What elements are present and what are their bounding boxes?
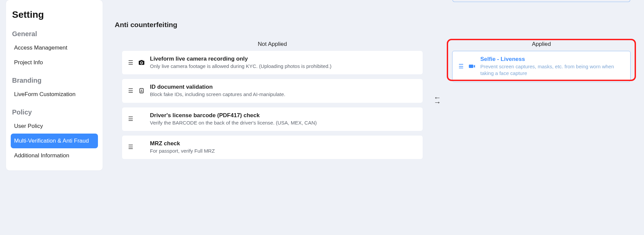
card-desc: Verify the BARCODE on the back of the dr… (150, 120, 417, 126)
group-label-policy: Policy (11, 102, 98, 119)
drag-handle-icon[interactable]: ☰ (128, 116, 133, 122)
drag-handle-icon[interactable]: ☰ (459, 64, 464, 69)
group-label-branding: Branding (11, 70, 98, 87)
applied-column: Applied ☰ Selfie - Liveness Prevent scre… (445, 33, 638, 166)
card-liveform-recording[interactable]: ☰ Liveform live camera recording only On… (122, 51, 423, 74)
section-title-anti-counterfeiting: Anti counterfeiting (115, 21, 638, 29)
card-title: Driver's license barcode (PDF417) check (150, 112, 417, 119)
drag-handle-icon[interactable]: ☰ (128, 144, 133, 150)
card-barcode-check[interactable]: ☰ Driver's license barcode (PDF417) chec… (122, 107, 423, 131)
card-title: Liveform live camera recording only (150, 56, 417, 62)
applied-header: Applied (452, 41, 631, 48)
card-title: ID document validation (150, 84, 417, 90)
main-content: Anti counterfeiting Not Applied ☰ Livefo… (103, 0, 638, 229)
sidebar-title: Setting (11, 7, 98, 23)
card-desc: Prevent screen captures, masks, etc. fro… (480, 63, 624, 77)
card-mrz-check[interactable]: ☰ MRZ check For passport, verify Full MR… (122, 136, 423, 159)
card-desc: For passport, verify Full MRZ (150, 148, 417, 154)
drag-handle-icon[interactable]: ☰ (128, 88, 133, 94)
previous-section-tail (115, 0, 638, 13)
not-applied-header: Not Applied (122, 41, 423, 48)
nav-additional-information[interactable]: Additional Information (11, 148, 98, 163)
swap-column: ←→ (430, 33, 445, 166)
not-applied-column: Not Applied ☰ Liveform live camera recor… (115, 33, 430, 166)
video-icon (468, 63, 476, 70)
nav-access-management[interactable]: Access Management (11, 41, 98, 55)
card-title: MRZ check (150, 140, 417, 147)
nav-multi-verification-anti-fraud[interactable]: Multi-Verification & Anti Fraud (11, 134, 98, 148)
card-selfie-liveness[interactable]: ☰ Selfie - Liveness Prevent screen captu… (452, 51, 631, 82)
card-desc: Block fake IDs, including screen capture… (150, 91, 417, 98)
card-title: Selfie - Liveness (480, 56, 624, 63)
camera-icon (138, 59, 145, 66)
nav-project-info[interactable]: Project Info (11, 55, 98, 70)
group-label-general: General (11, 23, 98, 41)
drag-handle-icon[interactable]: ☰ (128, 60, 133, 66)
nav-user-policy[interactable]: User Policy (11, 119, 98, 134)
settings-sidebar: Setting General Access Management Projec… (6, 0, 103, 170)
nav-liveform-customization[interactable]: LiveForm Customization (11, 87, 98, 102)
id-card-icon (138, 87, 145, 94)
svg-point-1 (141, 90, 142, 91)
swap-arrows-icon[interactable]: ←→ (434, 95, 441, 104)
card-id-document-validation[interactable]: ☰ ID document validation Block fake IDs,… (122, 79, 423, 102)
card-desc: Only live camera footage is allowed duri… (150, 63, 417, 70)
